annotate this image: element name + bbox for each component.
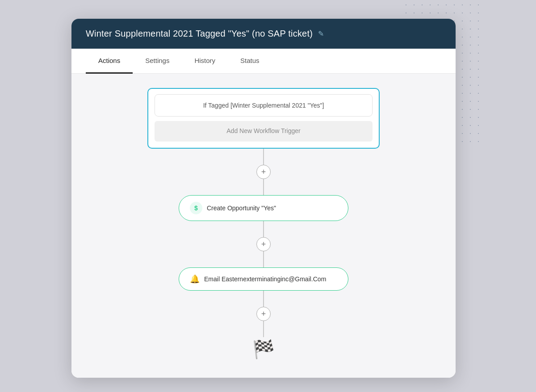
- action-node-create-opportunity[interactable]: $ Create Opportunity "Yes": [179, 195, 348, 221]
- workflow-title: Winter Supplemental 2021 Tagged "Yes" (n…: [86, 29, 313, 39]
- connector-line-1: [263, 149, 264, 165]
- connector-line-3: [263, 221, 264, 237]
- action-label-create-opportunity: Create Opportunity "Yes": [207, 204, 276, 212]
- add-step-button-3[interactable]: +: [256, 307, 271, 321]
- dollar-icon: $: [190, 202, 202, 214]
- tab-actions[interactable]: Actions: [86, 49, 133, 74]
- page-wrapper: Winter Supplemental 2021 Tagged "Yes" (n…: [67, 1, 469, 391]
- add-step-button-2[interactable]: +: [256, 237, 271, 251]
- tab-bar: Actions Settings History Status: [71, 49, 456, 74]
- action-label-email: Email Easternexterminatinginc@Gmail.Com: [204, 275, 326, 283]
- connector-line-2: [263, 179, 264, 195]
- connector-line-6: [263, 321, 264, 337]
- connector-line-5: [263, 291, 264, 307]
- tab-status[interactable]: Status: [228, 49, 272, 74]
- main-card: Winter Supplemental 2021 Tagged "Yes" (n…: [71, 19, 456, 378]
- trigger-condition-label: If Tagged [Winter Supplemental 2021 "Yes…: [155, 94, 373, 117]
- card-header: Winter Supplemental 2021 Tagged "Yes" (n…: [71, 19, 456, 49]
- tab-history[interactable]: History: [182, 49, 228, 74]
- connector-line-4: [263, 251, 264, 267]
- workflow-canvas: If Tagged [Winter Supplemental 2021 "Yes…: [71, 74, 456, 378]
- bell-icon: 🔔: [190, 274, 200, 284]
- add-trigger-button[interactable]: Add New Workflow Trigger: [155, 121, 373, 142]
- tab-settings[interactable]: Settings: [133, 49, 182, 74]
- edit-title-icon[interactable]: ✎: [318, 29, 324, 38]
- finish-flag-icon: 🏁: [252, 339, 275, 360]
- workflow-flow: If Tagged [Winter Supplemental 2021 "Yes…: [82, 88, 445, 360]
- action-node-email[interactable]: 🔔 Email Easternexterminatinginc@Gmail.Co…: [179, 267, 348, 291]
- add-step-button-1[interactable]: +: [256, 165, 271, 179]
- trigger-box[interactable]: If Tagged [Winter Supplemental 2021 "Yes…: [147, 88, 380, 149]
